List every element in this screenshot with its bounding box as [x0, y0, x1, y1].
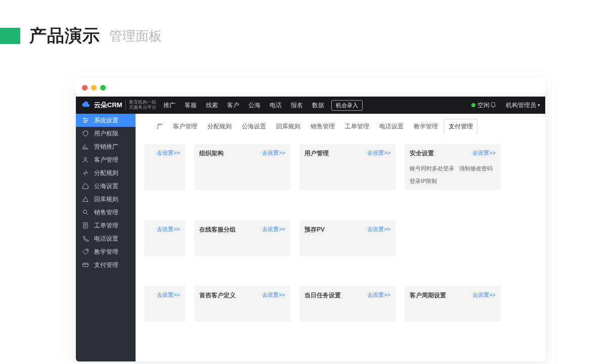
card-icon: [82, 261, 89, 268]
settings-card: 安全设置去设置>>账号同时多处登录强制修改密码登录IP限制: [405, 144, 501, 190]
content: 广客户管理分配规则公海设置回库规则销售管理工单管理电话设置教学管理支付管理 去设…: [136, 114, 545, 361]
nav-item-5[interactable]: 电话: [270, 101, 282, 110]
sidebar-item-label: 销售管理: [94, 208, 118, 217]
svg-point-3: [84, 157, 87, 160]
sidebar-item-ticket-mgmt[interactable]: 工单管理: [76, 219, 136, 232]
svg-point-4: [83, 210, 86, 213]
sidebar-item-label: 教学管理: [94, 248, 118, 256]
record-opportunity-button[interactable]: 机会录入: [331, 100, 363, 111]
page-subtitle: 管理面板: [109, 27, 162, 45]
nav-item-6[interactable]: 报名: [291, 101, 303, 110]
sliders-icon: [82, 117, 89, 124]
go-settings-link[interactable]: 去设置>>: [262, 225, 285, 233]
nav-item-1[interactable]: 客服: [185, 101, 197, 110]
tab-6[interactable]: 工单管理: [341, 119, 373, 134]
phone-icon: [82, 235, 89, 242]
sidebar-item-pay-mgmt[interactable]: 支付管理: [76, 258, 136, 271]
brand-text: 云朵CRM: [94, 101, 122, 110]
go-settings-link[interactable]: 去设置>>: [367, 291, 390, 299]
file-icon: [82, 222, 89, 229]
sidebar-item-label: 回库规则: [94, 195, 118, 204]
nav-item-0[interactable]: 推广: [163, 101, 176, 110]
sidebar-item-customer-mgmt[interactable]: 客户管理: [76, 153, 136, 166]
sidebar-item-label: 系统设置: [94, 116, 118, 125]
chevron-down-icon: ▾: [538, 103, 540, 108]
card-row: 去设置>>组织架构去设置>>用户管理去设置>>安全设置去设置>>账号同时多处登录…: [145, 144, 536, 190]
tabs-row: 广客户管理分配规则公海设置回库规则销售管理工单管理电话设置教学管理支付管理: [136, 114, 545, 134]
sidebar-item-marketing[interactable]: 营销推广: [76, 140, 136, 153]
go-settings-link[interactable]: 去设置>>: [262, 291, 285, 299]
sidebar-item-teach-mgmt[interactable]: 教学管理: [76, 245, 136, 258]
settings-card: 则去设置>>: [145, 286, 185, 322]
nav-item-2[interactable]: 线索: [206, 101, 218, 110]
house-icon: [82, 183, 89, 190]
settings-card: 去设置>>: [145, 144, 185, 190]
card-tag: 登录IP限制: [410, 177, 437, 185]
cloud-logo-icon: [81, 100, 91, 110]
nav-items: 推广客服线索客户公海电话报名数据: [163, 101, 324, 110]
settings-card: 客户周期设置去设置>>: [405, 286, 501, 322]
settings-card: 当日任务设置去设置>>: [299, 286, 396, 322]
settings-card: 首咨客户定义去设置>>: [194, 286, 290, 322]
card-tag: 账号同时多处登录: [410, 165, 454, 172]
tab-8[interactable]: 教学管理: [410, 119, 442, 134]
triangle-icon: [82, 196, 89, 203]
tab-0[interactable]: 广: [153, 119, 167, 134]
max-dot[interactable]: [100, 85, 106, 90]
sidebar: 系统设置用户权限营销推广客户管理分配规则公海设置回库规则销售管理工单管理电话设置…: [76, 114, 136, 361]
go-settings-link[interactable]: 去设置>>: [157, 225, 180, 233]
tab-3[interactable]: 公海设置: [238, 119, 270, 134]
sidebar-item-label: 支付管理: [94, 261, 118, 269]
sidebar-item-label: 工单管理: [94, 221, 118, 230]
sidebar-item-user-permissions[interactable]: 用户权限: [76, 127, 136, 140]
sidebar-item-assign-rules[interactable]: 分配规则: [76, 166, 136, 179]
brand-sub-2: 式服务云平台: [129, 105, 156, 110]
card-tags: 账号同时多处登录强制修改密码登录IP限制: [410, 165, 496, 185]
go-settings-link[interactable]: 去设置>>: [367, 225, 390, 233]
body-area: 系统设置用户权限营销推广客户管理分配规则公海设置回库规则销售管理工单管理电话设置…: [76, 114, 545, 361]
tab-1[interactable]: 客户管理: [169, 119, 201, 134]
tab-2[interactable]: 分配规则: [203, 119, 236, 134]
go-settings-link[interactable]: 去设置>>: [367, 149, 390, 157]
nav-item-4[interactable]: 公海: [248, 101, 260, 110]
bell-icon[interactable]: [490, 102, 497, 109]
nav-item-3[interactable]: 客户: [227, 101, 239, 110]
tab-4[interactable]: 回库规则: [272, 119, 304, 134]
settings-card: 组织架构去设置>>: [194, 144, 290, 190]
nav-item-7[interactable]: 数据: [312, 101, 324, 110]
search-user-icon: [82, 209, 89, 216]
settings-card: 用户管理去设置>>: [299, 144, 396, 190]
shield-icon: [82, 130, 89, 137]
brand-sub-1: 教育机构一站: [129, 100, 156, 105]
sidebar-item-return-rules[interactable]: 回库规则: [76, 193, 136, 206]
go-settings-link[interactable]: 去设置>>: [472, 149, 496, 157]
close-dot[interactable]: [82, 85, 88, 90]
sidebar-item-public-sea[interactable]: 公海设置: [76, 179, 136, 193]
status-text[interactable]: 空闲: [477, 101, 490, 110]
settings-card: 在线客服分组去设置>>: [194, 220, 290, 256]
tab-5[interactable]: 销售管理: [307, 119, 339, 134]
sidebar-item-phone-settings[interactable]: 电话设置: [76, 232, 136, 245]
sidebar-item-sales-mgmt[interactable]: 销售管理: [76, 206, 136, 219]
min-dot[interactable]: [91, 85, 97, 90]
sidebar-item-label: 公海设置: [94, 182, 118, 191]
card-row: 置去设置>>在线客服分组去设置>>预存PV去设置>>: [145, 220, 536, 256]
tab-7[interactable]: 电话设置: [375, 119, 408, 134]
go-settings-link[interactable]: 去设置>>: [157, 291, 180, 299]
user-role-label: 机构管理员: [506, 101, 536, 110]
tab-9[interactable]: 支付管理: [444, 119, 477, 134]
settings-card: 置去设置>>: [145, 220, 185, 256]
sidebar-item-label: 分配规则: [94, 169, 118, 177]
go-settings-link[interactable]: 去设置>>: [157, 149, 180, 157]
settings-card: 预存PV去设置>>: [299, 220, 396, 256]
go-settings-link[interactable]: 去设置>>: [472, 291, 496, 299]
go-settings-link[interactable]: 去设置>>: [262, 149, 285, 157]
sidebar-item-label: 客户管理: [94, 156, 118, 164]
top-nav: 云朵CRM 教育机构一站 式服务云平台 推广客服线索客户公海电话报名数据 机会录…: [76, 97, 545, 114]
user-role-menu[interactable]: 机构管理员 ▾: [506, 101, 540, 110]
page-header: 产品演示 管理面板: [0, 24, 612, 48]
brand-sub: 教育机构一站 式服务云平台: [125, 100, 156, 110]
sidebar-item-system-settings[interactable]: 系统设置: [76, 114, 136, 127]
cards-area: 去设置>>组织架构去设置>>用户管理去设置>>安全设置去设置>>账号同时多处登录…: [136, 134, 545, 322]
status-dot-icon: [471, 103, 475, 107]
